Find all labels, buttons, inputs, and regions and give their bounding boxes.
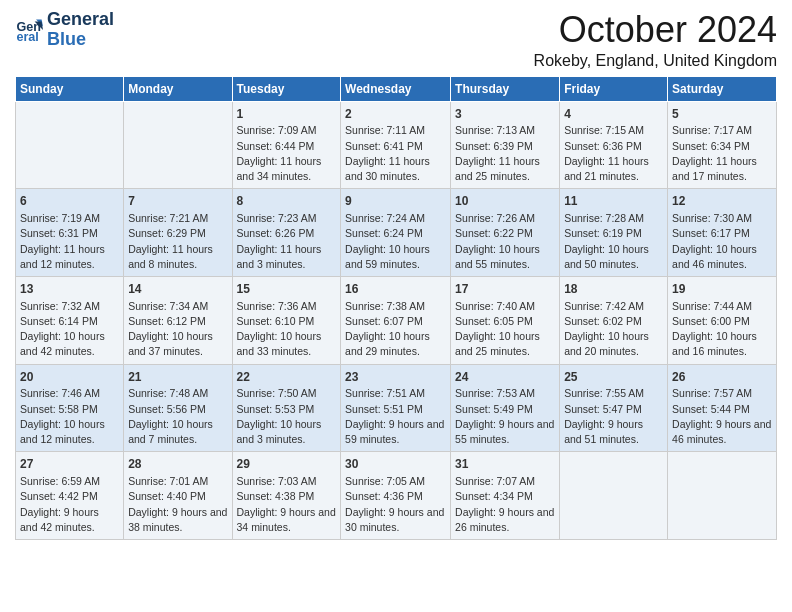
logo-text-line2: Blue: [47, 30, 114, 50]
day-info: Sunrise: 7:24 AMSunset: 6:24 PMDaylight:…: [345, 211, 446, 272]
day-number: 3: [455, 106, 555, 123]
day-info: Sunrise: 7:05 AMSunset: 4:36 PMDaylight:…: [345, 474, 446, 535]
day-cell: 21Sunrise: 7:48 AMSunset: 5:56 PMDayligh…: [124, 364, 232, 452]
day-info: Sunrise: 7:57 AMSunset: 5:44 PMDaylight:…: [672, 386, 772, 447]
day-cell: 10Sunrise: 7:26 AMSunset: 6:22 PMDayligh…: [451, 189, 560, 277]
day-cell: [16, 101, 124, 189]
day-number: 20: [20, 369, 119, 386]
day-info: Sunrise: 7:01 AMSunset: 4:40 PMDaylight:…: [128, 474, 227, 535]
day-info: Sunrise: 7:44 AMSunset: 6:00 PMDaylight:…: [672, 299, 772, 360]
day-info: Sunrise: 7:50 AMSunset: 5:53 PMDaylight:…: [237, 386, 337, 447]
day-info: Sunrise: 7:30 AMSunset: 6:17 PMDaylight:…: [672, 211, 772, 272]
calendar-table: SundayMondayTuesdayWednesdayThursdayFrid…: [15, 76, 777, 540]
col-header-monday: Monday: [124, 76, 232, 101]
day-info: Sunrise: 7:48 AMSunset: 5:56 PMDaylight:…: [128, 386, 227, 447]
day-cell: 2Sunrise: 7:11 AMSunset: 6:41 PMDaylight…: [341, 101, 451, 189]
day-info: Sunrise: 7:32 AMSunset: 6:14 PMDaylight:…: [20, 299, 119, 360]
svg-text:eral: eral: [16, 30, 38, 44]
day-cell: 18Sunrise: 7:42 AMSunset: 6:02 PMDayligh…: [560, 276, 668, 364]
day-info: Sunrise: 7:03 AMSunset: 4:38 PMDaylight:…: [237, 474, 337, 535]
day-info: Sunrise: 7:07 AMSunset: 4:34 PMDaylight:…: [455, 474, 555, 535]
day-number: 4: [564, 106, 663, 123]
day-number: 17: [455, 281, 555, 298]
day-number: 25: [564, 369, 663, 386]
col-header-saturday: Saturday: [668, 76, 777, 101]
col-header-sunday: Sunday: [16, 76, 124, 101]
day-cell: 24Sunrise: 7:53 AMSunset: 5:49 PMDayligh…: [451, 364, 560, 452]
logo-icon: Gen eral: [15, 16, 43, 44]
day-cell: 11Sunrise: 7:28 AMSunset: 6:19 PMDayligh…: [560, 189, 668, 277]
day-cell: 14Sunrise: 7:34 AMSunset: 6:12 PMDayligh…: [124, 276, 232, 364]
day-number: 15: [237, 281, 337, 298]
title-area: October 2024 Rokeby, England, United Kin…: [534, 10, 777, 70]
day-number: 14: [128, 281, 227, 298]
week-row-3: 13Sunrise: 7:32 AMSunset: 6:14 PMDayligh…: [16, 276, 777, 364]
day-cell: 22Sunrise: 7:50 AMSunset: 5:53 PMDayligh…: [232, 364, 341, 452]
day-cell: 19Sunrise: 7:44 AMSunset: 6:00 PMDayligh…: [668, 276, 777, 364]
day-cell: 23Sunrise: 7:51 AMSunset: 5:51 PMDayligh…: [341, 364, 451, 452]
day-cell: 16Sunrise: 7:38 AMSunset: 6:07 PMDayligh…: [341, 276, 451, 364]
day-info: Sunrise: 7:19 AMSunset: 6:31 PMDaylight:…: [20, 211, 119, 272]
day-info: Sunrise: 7:46 AMSunset: 5:58 PMDaylight:…: [20, 386, 119, 447]
day-cell: 27Sunrise: 6:59 AMSunset: 4:42 PMDayligh…: [16, 452, 124, 540]
day-number: 10: [455, 193, 555, 210]
day-cell: 29Sunrise: 7:03 AMSunset: 4:38 PMDayligh…: [232, 452, 341, 540]
day-info: Sunrise: 7:17 AMSunset: 6:34 PMDaylight:…: [672, 123, 772, 184]
day-info: Sunrise: 6:59 AMSunset: 4:42 PMDaylight:…: [20, 474, 119, 535]
day-info: Sunrise: 7:36 AMSunset: 6:10 PMDaylight:…: [237, 299, 337, 360]
col-header-tuesday: Tuesday: [232, 76, 341, 101]
day-number: 28: [128, 456, 227, 473]
day-cell: 17Sunrise: 7:40 AMSunset: 6:05 PMDayligh…: [451, 276, 560, 364]
day-info: Sunrise: 7:13 AMSunset: 6:39 PMDaylight:…: [455, 123, 555, 184]
week-row-5: 27Sunrise: 6:59 AMSunset: 4:42 PMDayligh…: [16, 452, 777, 540]
day-info: Sunrise: 7:26 AMSunset: 6:22 PMDaylight:…: [455, 211, 555, 272]
day-cell: 31Sunrise: 7:07 AMSunset: 4:34 PMDayligh…: [451, 452, 560, 540]
day-cell: 3Sunrise: 7:13 AMSunset: 6:39 PMDaylight…: [451, 101, 560, 189]
day-cell: 4Sunrise: 7:15 AMSunset: 6:36 PMDaylight…: [560, 101, 668, 189]
day-number: 24: [455, 369, 555, 386]
day-number: 19: [672, 281, 772, 298]
day-number: 12: [672, 193, 772, 210]
day-info: Sunrise: 7:55 AMSunset: 5:47 PMDaylight:…: [564, 386, 663, 447]
day-number: 6: [20, 193, 119, 210]
day-cell: 1Sunrise: 7:09 AMSunset: 6:44 PMDaylight…: [232, 101, 341, 189]
day-info: Sunrise: 7:51 AMSunset: 5:51 PMDaylight:…: [345, 386, 446, 447]
day-info: Sunrise: 7:53 AMSunset: 5:49 PMDaylight:…: [455, 386, 555, 447]
month-title: October 2024: [534, 10, 777, 50]
day-cell: [124, 101, 232, 189]
day-number: 18: [564, 281, 663, 298]
day-number: 8: [237, 193, 337, 210]
day-info: Sunrise: 7:11 AMSunset: 6:41 PMDaylight:…: [345, 123, 446, 184]
day-cell: 7Sunrise: 7:21 AMSunset: 6:29 PMDaylight…: [124, 189, 232, 277]
day-number: 2: [345, 106, 446, 123]
day-cell: 25Sunrise: 7:55 AMSunset: 5:47 PMDayligh…: [560, 364, 668, 452]
day-cell: 6Sunrise: 7:19 AMSunset: 6:31 PMDaylight…: [16, 189, 124, 277]
day-number: 30: [345, 456, 446, 473]
day-number: 7: [128, 193, 227, 210]
day-cell: 12Sunrise: 7:30 AMSunset: 6:17 PMDayligh…: [668, 189, 777, 277]
day-cell: 9Sunrise: 7:24 AMSunset: 6:24 PMDaylight…: [341, 189, 451, 277]
day-cell: 5Sunrise: 7:17 AMSunset: 6:34 PMDaylight…: [668, 101, 777, 189]
col-header-friday: Friday: [560, 76, 668, 101]
day-info: Sunrise: 7:34 AMSunset: 6:12 PMDaylight:…: [128, 299, 227, 360]
day-number: 5: [672, 106, 772, 123]
day-cell: 28Sunrise: 7:01 AMSunset: 4:40 PMDayligh…: [124, 452, 232, 540]
day-number: 9: [345, 193, 446, 210]
day-number: 23: [345, 369, 446, 386]
day-number: 31: [455, 456, 555, 473]
day-info: Sunrise: 7:40 AMSunset: 6:05 PMDaylight:…: [455, 299, 555, 360]
day-cell: 15Sunrise: 7:36 AMSunset: 6:10 PMDayligh…: [232, 276, 341, 364]
day-number: 29: [237, 456, 337, 473]
day-info: Sunrise: 7:15 AMSunset: 6:36 PMDaylight:…: [564, 123, 663, 184]
col-header-thursday: Thursday: [451, 76, 560, 101]
day-number: 13: [20, 281, 119, 298]
day-cell: 13Sunrise: 7:32 AMSunset: 6:14 PMDayligh…: [16, 276, 124, 364]
logo-text-line1: General: [47, 10, 114, 30]
header-row: SundayMondayTuesdayWednesdayThursdayFrid…: [16, 76, 777, 101]
calendar-container: Gen eral General Blue October 2024 Rokeb…: [0, 0, 792, 555]
day-info: Sunrise: 7:42 AMSunset: 6:02 PMDaylight:…: [564, 299, 663, 360]
header: Gen eral General Blue October 2024 Rokeb…: [15, 10, 777, 70]
day-info: Sunrise: 7:23 AMSunset: 6:26 PMDaylight:…: [237, 211, 337, 272]
day-cell: 8Sunrise: 7:23 AMSunset: 6:26 PMDaylight…: [232, 189, 341, 277]
day-cell: 20Sunrise: 7:46 AMSunset: 5:58 PMDayligh…: [16, 364, 124, 452]
